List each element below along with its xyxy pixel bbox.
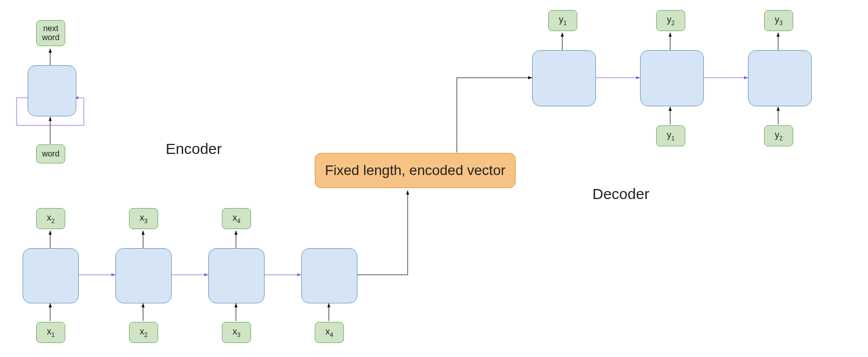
- decoder-label: Decoder: [592, 186, 649, 203]
- enc-in-4-label: x4: [325, 326, 333, 338]
- enc-cell-3: [208, 248, 265, 303]
- dec-in-2: y2: [764, 125, 793, 146]
- nextword-label: nextword: [42, 24, 60, 43]
- enc-in-2-label: x2: [140, 326, 148, 338]
- dec-cell-3: [748, 50, 812, 106]
- enc-in-3: x3: [222, 322, 251, 343]
- enc-out-3-label: x4: [232, 213, 240, 225]
- enc-cell-1: [23, 248, 79, 303]
- dec-cell-2: [640, 50, 704, 106]
- mini-input-word: word: [36, 144, 65, 163]
- word-label: word: [42, 149, 60, 158]
- enc-in-4: x4: [315, 322, 344, 343]
- dec-out-3: y3: [764, 10, 793, 31]
- enc-in-1-label: x1: [47, 326, 55, 338]
- enc-cell-2: [115, 248, 172, 303]
- dec-out-2: y2: [656, 10, 685, 31]
- encoded-vector-box: Fixed length, encoded vector: [315, 153, 516, 188]
- enc-in-3-label: x3: [232, 326, 240, 338]
- enc-cell-4: [301, 248, 357, 303]
- dec-in-1: y1: [656, 125, 685, 146]
- enc-in-2: x2: [129, 322, 158, 343]
- enc-out-2-label: x3: [140, 213, 148, 225]
- enc-in-1: x1: [36, 322, 65, 343]
- enc-out-1-label: x2: [47, 213, 55, 225]
- enc-out-2: x3: [129, 208, 158, 229]
- dec-cell-1: [532, 50, 596, 106]
- encoded-vector-text: Fixed length, encoded vector: [325, 162, 506, 178]
- dec-out-1-label: y1: [559, 15, 567, 27]
- encoder-label: Encoder: [166, 140, 222, 157]
- enc-out-3: x4: [222, 208, 251, 229]
- enc-out-1: x2: [36, 208, 65, 229]
- mini-rnn-cell: [28, 65, 76, 116]
- mini-output-nextword: nextword: [36, 20, 65, 46]
- dec-out-2-label: y2: [667, 15, 675, 27]
- dec-in-2-label: y2: [775, 130, 783, 142]
- dec-out-1: y1: [548, 10, 577, 31]
- dec-in-1-label: y1: [667, 130, 675, 142]
- dec-out-3-label: y3: [775, 15, 783, 27]
